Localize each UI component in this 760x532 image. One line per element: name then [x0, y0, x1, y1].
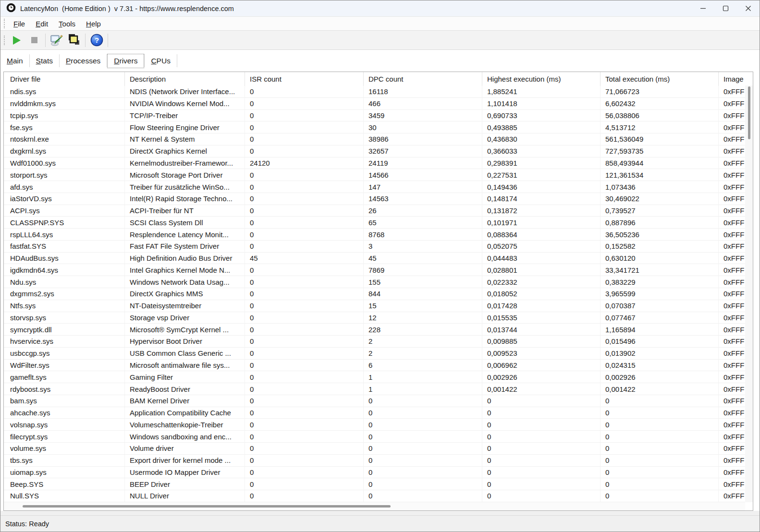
table-row[interactable]: fse.sysFlow Steering Engine Driver0300,4…: [4, 121, 753, 133]
table-cell: 0: [364, 431, 482, 442]
table-row[interactable]: bam.sysBAM Kernel Driver00000xFFF: [4, 395, 753, 407]
table-cell: 14563: [364, 193, 482, 205]
minimize-button[interactable]: [692, 0, 714, 16]
table-row[interactable]: ntoskrnl.exeNT Kernel & System0389860,43…: [4, 133, 753, 145]
table-row[interactable]: volsnap.sysVolumeschattenkopie-Treiber00…: [4, 419, 753, 431]
stop-monitor-button[interactable]: [25, 33, 43, 48]
vertical-scrollbar-thumb[interactable]: [748, 86, 750, 139]
table-cell: 0: [245, 217, 364, 228]
table-cell: 0: [482, 431, 601, 442]
driver-table-body: ndis.sysNDIS (Network Driver Interface..…: [4, 86, 753, 510]
table-cell: 0,366033: [482, 145, 601, 157]
table-row[interactable]: Null.SYSNULL Driver00000xFFF: [4, 490, 753, 502]
menu-item-edit[interactable]: Edit: [30, 20, 53, 28]
maximize-button[interactable]: [714, 0, 737, 16]
table-cell: 1,101418: [482, 98, 601, 109]
vertical-scrollbar[interactable]: [745, 85, 753, 502]
table-cell: 0: [245, 264, 364, 276]
table-cell: afd.sys: [4, 181, 125, 193]
tab-stats[interactable]: Stats: [30, 54, 59, 68]
table-row[interactable]: tcpip.sysTCP/IP-Treiber034590,69073356,0…: [4, 110, 753, 122]
table-cell: 0,088364: [482, 229, 601, 240]
table-row[interactable]: gameflt.sysGaming Filter010,0029260,0029…: [4, 371, 753, 383]
table-cell: gameflt.sys: [4, 371, 125, 383]
table-row[interactable]: Beep.SYSBEEP Driver00000xFFF: [4, 478, 753, 490]
table-cell: Microsoft antimalware file sys...: [125, 360, 245, 371]
table-cell: 38986: [364, 133, 482, 145]
tab-bar: MainStatsProcessesDriversCPUs: [0, 50, 760, 72]
table-row[interactable]: ahcache.sysApplication Compatibility Cac…: [4, 407, 753, 419]
table-row[interactable]: uiomap.sysUsermode IO Mapper Driver00000…: [4, 467, 753, 479]
table-row[interactable]: Wdf01000.sysKernelmodustreiber-Framewor.…: [4, 157, 753, 169]
menu-item-tools[interactable]: Tools: [53, 20, 81, 28]
column-header[interactable]: DPC count: [364, 72, 482, 86]
table-row[interactable]: tbs.sysExport driver for kernel mode ...…: [4, 455, 753, 467]
table-row[interactable]: hvservice.sysHypervisor Boot Driver020,0…: [4, 336, 753, 348]
table-row[interactable]: Ndu.sysWindows Network Data Usag...01550…: [4, 276, 753, 288]
menu-item-file[interactable]: File: [8, 20, 30, 28]
tab-main[interactable]: Main: [0, 54, 29, 68]
table-cell: DirectX Graphics Kernel: [125, 145, 245, 157]
table-row[interactable]: HDAudBus.sysHigh Definition Audio Bus Dr…: [4, 253, 753, 265]
table-cell: 0,009523: [482, 348, 601, 359]
column-header[interactable]: Total execution (ms): [601, 72, 719, 86]
horizontal-scrollbar[interactable]: [4, 502, 745, 510]
table-cell: 15: [364, 300, 482, 312]
table-cell: 0: [245, 383, 364, 395]
column-header[interactable]: Image: [719, 72, 753, 86]
table-cell: 0,152582: [601, 241, 719, 252]
table-row[interactable]: storvsp.sysStorage vsp Driver0120,015535…: [4, 312, 753, 324]
toolbar-gripper: [4, 36, 5, 45]
start-monitor-button[interactable]: [8, 33, 25, 48]
table-cell: 0: [245, 110, 364, 121]
menu-item-help[interactable]: Help: [81, 20, 106, 28]
table-row[interactable]: nvlddmkm.sysNVIDIA Windows Kernel Mod...…: [4, 98, 753, 110]
table-row[interactable]: ndis.sysNDIS (Network Driver Interface..…: [4, 86, 753, 98]
close-button[interactable]: [737, 0, 760, 16]
table-cell: Ndu.sys: [4, 276, 125, 288]
table-cell: Gaming Filter: [125, 371, 245, 383]
tab-processes[interactable]: Processes: [60, 54, 107, 68]
help-button[interactable]: ?: [88, 33, 105, 48]
column-header[interactable]: Highest execution (ms): [482, 72, 601, 86]
table-row[interactable]: CLASSPNP.SYSSCSI Class System Dll0650,10…: [4, 217, 753, 229]
options-button[interactable]: [48, 33, 65, 48]
table-row[interactable]: usbccgp.sysUSB Common Class Generic ...0…: [4, 348, 753, 360]
table-row[interactable]: Ntfs.sysNT-Dateisystemtreiber0150,017428…: [4, 300, 753, 312]
table-row[interactable]: ACPI.sysACPI-Treiber für NT0260,1318720,…: [4, 205, 753, 217]
horizontal-scrollbar-thumb[interactable]: [23, 505, 391, 508]
table-cell: 0: [245, 431, 364, 442]
table-row[interactable]: symcryptk.dllMicrosoft® SymCrypt Kernel …: [4, 324, 753, 336]
table-row[interactable]: WdFilter.sysMicrosoft antimalware file s…: [4, 360, 753, 372]
column-header[interactable]: Description: [125, 72, 245, 86]
table-row[interactable]: dxgmms2.sysDirectX Graphics MMS08440,018…: [4, 288, 753, 300]
copy-report-button[interactable]: [65, 33, 83, 48]
toolbar-gripper: [4, 19, 5, 28]
table-cell: 0,131872: [482, 205, 601, 217]
table-row[interactable]: igdkmdn64.sysIntel Graphics Kernel Mode …: [4, 264, 753, 276]
table-row[interactable]: afd.sysTreiber für zusätzliche WinSo...0…: [4, 181, 753, 193]
status-bar: Status: Ready: [0, 515, 760, 532]
tab-drivers[interactable]: Drivers: [107, 54, 144, 68]
status-text: Status: Ready: [0, 520, 49, 528]
table-cell: 0,690733: [482, 110, 601, 121]
table-row[interactable]: storport.sysMicrosoft Storage Port Drive…: [4, 169, 753, 181]
table-cell: 0: [245, 169, 364, 181]
table-row[interactable]: volume.sysVolume driver00000xFFF: [4, 443, 753, 455]
tab-cpus[interactable]: CPUs: [145, 54, 177, 68]
column-header[interactable]: Driver file: [4, 72, 125, 86]
table-cell: dxgkrnl.sys: [4, 145, 125, 157]
table-cell: 0,002926: [482, 371, 601, 383]
menu-bar: FileEditToolsHelp: [0, 16, 760, 31]
table-row[interactable]: rdyboost.sysReadyBoost Driver010,0014220…: [4, 383, 753, 395]
table-cell: rspLLL64.sys: [4, 229, 125, 240]
table-row[interactable]: rspLLL64.sysResplendence Latency Monit..…: [4, 229, 753, 241]
table-row[interactable]: fastfat.SYSFast FAT File System Driver03…: [4, 241, 753, 253]
table-cell: 0: [245, 181, 364, 193]
table-row[interactable]: iaStorVD.sysIntel(R) Rapid Storage Techn…: [4, 193, 753, 205]
table-row[interactable]: filecrypt.sysWindows sandboxing and enc.…: [4, 431, 753, 443]
column-header[interactable]: ISR count: [245, 72, 364, 86]
table-cell: Treiber für zusätzliche WinSo...: [125, 181, 245, 193]
table-cell: 0: [245, 455, 364, 466]
table-row[interactable]: dxgkrnl.sysDirectX Graphics Kernel032657…: [4, 145, 753, 157]
